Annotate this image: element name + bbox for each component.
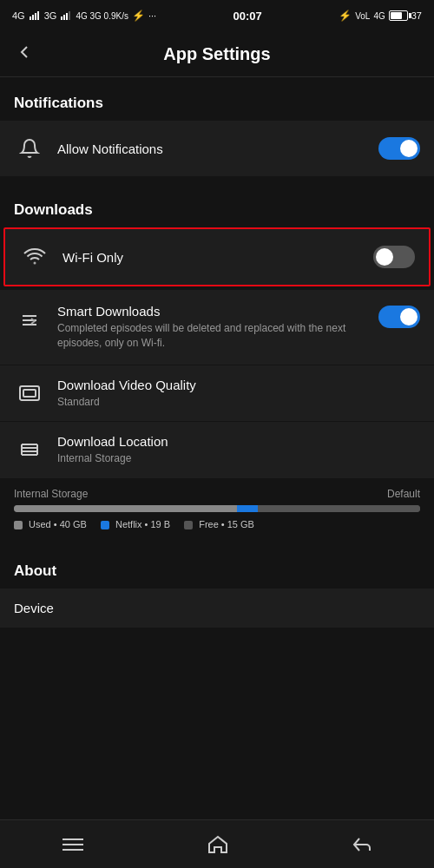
download-location-sub: Internal Storage: [57, 451, 420, 466]
download-video-quality-sub: Standard: [57, 395, 420, 410]
smart-downloads-toggle[interactable]: [378, 306, 420, 328]
legend-netflix: Netflix • 19 B: [101, 519, 170, 529]
back-arrow-icon: [14, 42, 35, 62]
location-icon: [14, 435, 45, 466]
divider-2: [0, 538, 434, 545]
signal-bar-3g-icon: [60, 10, 72, 22]
back-button[interactable]: [14, 42, 35, 66]
bell-icon: [14, 133, 45, 164]
divider-1: [0, 177, 434, 184]
download-video-quality-label: Download Video Quality: [57, 378, 420, 392]
wifi-icon: [19, 241, 50, 273]
download-location-item[interactable]: Download Location Internal Storage: [0, 422, 434, 478]
svg-rect-0: [30, 16, 31, 20]
more-icon: ···: [148, 10, 156, 21]
svg-point-8: [34, 262, 36, 265]
lte-indicator: 4G: [373, 11, 385, 21]
storage-free-bar: [258, 505, 420, 512]
status-bar: 4G 3G 4G 3G 0.9K/s ⚡ ··· 00:07 ⚡ VoL 4G …: [0, 0, 434, 31]
about-title: About: [0, 545, 434, 589]
download-video-quality-info: Download Video Quality Standard: [57, 378, 420, 410]
notifications-title: Notifications: [0, 77, 434, 121]
storage-right-label: Default: [387, 488, 420, 500]
device-label: Device: [14, 601, 420, 615]
wifi-only-label: Wi-Fi Only: [62, 250, 373, 265]
storage-netflix-bar: [237, 505, 257, 512]
smart-download-icon: [14, 306, 45, 337]
status-time: 00:07: [233, 10, 262, 23]
usb-icon: ⚡: [132, 10, 145, 22]
smart-downloads-sub: Completed episodes will be deleted and r…: [57, 321, 378, 351]
svg-rect-7: [69, 11, 70, 20]
home-icon: [207, 833, 229, 856]
svg-rect-6: [66, 13, 68, 20]
download-location-info: Download Location Internal Storage: [57, 434, 420, 466]
nav-back-button[interactable]: [342, 825, 382, 865]
notifications-section: Notifications Allow Notifications: [0, 77, 434, 176]
legend-free: Free • 15 GB: [184, 519, 254, 529]
svg-rect-5: [63, 15, 65, 20]
header: App Settings: [0, 31, 434, 77]
page-title: App Settings: [45, 44, 389, 64]
bottom-nav: [0, 819, 434, 868]
signal-3g: 3G: [44, 10, 57, 21]
device-info: Device: [14, 601, 420, 615]
vol-indicator: VoL: [355, 11, 370, 21]
wifi-only-toggle[interactable]: [373, 246, 415, 268]
legend-used: Used • 40 GB: [14, 519, 87, 529]
smart-downloads-label: Smart Downloads: [57, 304, 378, 319]
storage-labels: Internal Storage Default: [14, 488, 420, 500]
smart-downloads-info: Smart Downloads Completed episodes will …: [57, 304, 378, 351]
legend-netflix-dot: [101, 521, 109, 529]
smart-downloads-item[interactable]: Smart Downloads Completed episodes will …: [0, 290, 434, 365]
hamburger-icon: [61, 836, 85, 853]
nav-menu-button[interactable]: [52, 827, 94, 862]
storage-bar: [14, 505, 420, 512]
allow-notifications-item[interactable]: Allow Notifications: [0, 121, 434, 176]
nav-home-button[interactable]: [198, 825, 238, 865]
svg-rect-1: [32, 15, 34, 20]
status-right: ⚡ VoL 4G 37: [339, 10, 422, 22]
legend-used-dot: [14, 521, 23, 529]
device-item[interactable]: Device: [0, 589, 434, 628]
battery-percent: 37: [411, 10, 422, 21]
about-section: About Device: [0, 545, 434, 628]
storage-used-bar: [14, 505, 237, 512]
storage-legend: Used • 40 GB Netflix • 19 B Free • 15 GB: [14, 519, 420, 529]
wifi-only-item[interactable]: Wi-Fi Only: [3, 227, 431, 286]
allow-notifications-toggle[interactable]: [378, 137, 420, 160]
allow-notifications-label: Allow Notifications: [57, 141, 378, 156]
legend-free-dot: [184, 521, 193, 529]
storage-left-label: Internal Storage: [14, 488, 88, 500]
nav-back-icon: [351, 833, 373, 856]
svg-rect-4: [61, 16, 62, 20]
download-location-label: Download Location: [57, 434, 420, 449]
storage-section: Internal Storage Default Used • 40 GB Ne…: [0, 479, 434, 538]
battery-icon: [389, 10, 408, 21]
content-area: Notifications Allow Notifications Downlo…: [0, 77, 434, 815]
allow-notifications-info: Allow Notifications: [57, 141, 378, 156]
status-left: 4G 3G 4G 3G 0.9K/s ⚡ ···: [12, 10, 156, 22]
video-quality-icon: [14, 378, 45, 409]
svg-rect-3: [37, 11, 39, 20]
download-video-quality-item[interactable]: Download Video Quality Standard: [0, 365, 434, 422]
signal-4g: 4G: [12, 10, 25, 21]
signal-bar-4g-icon: [29, 10, 41, 22]
data-speed: 4G 3G 0.9K/s: [76, 11, 128, 21]
downloads-title: Downloads: [0, 184, 434, 227]
wifi-only-info: Wi-Fi Only: [62, 250, 373, 265]
downloads-section: Downloads Wi-Fi Only: [0, 184, 434, 478]
svg-rect-2: [35, 13, 36, 20]
svg-rect-13: [23, 390, 36, 397]
bluetooth-icon: ⚡: [339, 10, 352, 22]
